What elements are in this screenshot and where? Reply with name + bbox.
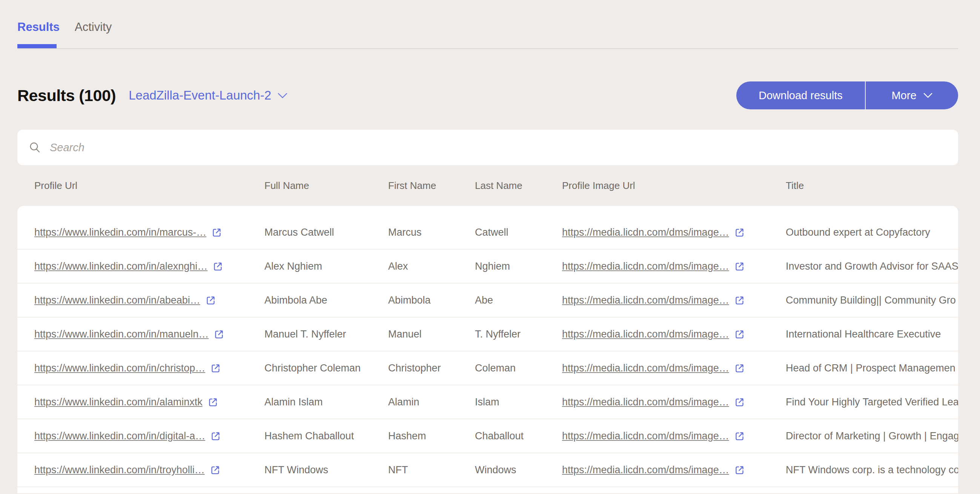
profile-url-link[interactable]: https://www.linkedin.com/in/troyholli… xyxy=(34,464,205,476)
external-link-icon[interactable] xyxy=(208,397,218,407)
profile-image-url-cell: https://media.licdn.com/dms/image… xyxy=(562,227,786,238)
external-link-icon[interactable] xyxy=(735,363,745,373)
profile-image-url-link[interactable]: https://media.licdn.com/dms/image… xyxy=(562,329,729,340)
profile-url-cell: https://www.linkedin.com/in/manueln… xyxy=(34,329,264,340)
chevron-down-icon xyxy=(923,93,932,98)
dataset-dropdown[interactable]: LeadZilla-Event-Launch-2 xyxy=(129,88,288,103)
page-title: Results (100) xyxy=(18,86,116,105)
profile-url-cell: https://www.linkedin.com/in/marcus-… xyxy=(34,227,264,238)
tabs-divider xyxy=(18,48,958,49)
external-link-icon[interactable] xyxy=(735,397,745,407)
actions-split-button: Download results More xyxy=(736,81,958,110)
profile-url-cell: https://www.linkedin.com/in/alexnghi… xyxy=(34,261,264,272)
column-header-profile-url: Profile Url xyxy=(34,180,264,192)
title-cell: Director of Marketing | Growth | Engag xyxy=(786,430,958,442)
last-name-cell: Catwell xyxy=(475,227,562,238)
last-name-cell: Chaballout xyxy=(475,430,562,442)
profile-image-url-cell: https://media.licdn.com/dms/image… xyxy=(562,430,786,442)
table-row: https://www.linkedin.com/in/alaminxtkAla… xyxy=(18,385,958,419)
column-header-title: Title xyxy=(786,180,958,192)
external-link-icon[interactable] xyxy=(212,227,222,238)
external-link-icon[interactable] xyxy=(735,465,745,475)
external-link-icon[interactable] xyxy=(214,329,224,339)
first-name-cell: Alex xyxy=(388,261,475,272)
external-link-icon[interactable] xyxy=(735,261,745,272)
external-link-icon[interactable] xyxy=(213,261,223,272)
profile-image-url-link[interactable]: https://media.licdn.com/dms/image… xyxy=(562,430,729,442)
full-name-cell: Christopher Coleman xyxy=(264,362,388,374)
title-cell: Head of CRM | Prospect Managemen xyxy=(786,362,958,374)
profile-image-url-link[interactable]: https://media.licdn.com/dms/image… xyxy=(562,261,729,272)
results-header: Results (100) LeadZilla-Event-Launch-2 D… xyxy=(18,81,958,110)
profile-url-link[interactable]: https://www.linkedin.com/in/alexnghi… xyxy=(34,261,207,272)
full-name-cell: NFT Windows xyxy=(264,464,388,476)
profile-image-url-link[interactable]: https://media.licdn.com/dms/image… xyxy=(562,227,729,238)
results-table: https://www.linkedin.com/in/marcus-…Marc… xyxy=(18,206,958,493)
first-name-cell: Manuel xyxy=(388,329,475,340)
external-link-icon[interactable] xyxy=(205,295,216,305)
profile-image-url-link[interactable]: https://media.licdn.com/dms/image… xyxy=(562,464,729,476)
tab-activity[interactable]: Activity xyxy=(75,21,111,34)
first-name-cell: Marcus xyxy=(388,227,475,238)
table-row: https://www.linkedin.com/in/christop…Chr… xyxy=(18,351,958,385)
profile-url-link[interactable]: https://www.linkedin.com/in/abeabi… xyxy=(34,294,200,306)
search-input[interactable] xyxy=(49,141,947,154)
profile-url-link[interactable]: https://www.linkedin.com/in/alaminxtk xyxy=(34,396,202,408)
full-name-cell: Alex Nghiem xyxy=(264,261,388,272)
external-link-icon[interactable] xyxy=(735,431,745,441)
tabs-bar: Results Activity xyxy=(18,0,958,49)
last-name-cell: Nghiem xyxy=(475,261,562,272)
column-header-first-name: First Name xyxy=(388,180,475,192)
title-cell: International Healthcare Executive xyxy=(786,329,958,340)
last-name-cell: Windows xyxy=(475,464,562,476)
table-row: https://www.linkedin.com/in/abeabi…Abimb… xyxy=(18,284,958,318)
profile-url-link[interactable]: https://www.linkedin.com/in/christop… xyxy=(34,362,205,374)
external-link-icon[interactable] xyxy=(210,465,220,475)
chevron-down-icon xyxy=(278,93,288,98)
profile-image-url-link[interactable]: https://media.licdn.com/dms/image… xyxy=(562,294,729,306)
last-name-cell: T. Nyffeler xyxy=(475,329,562,340)
external-link-icon[interactable] xyxy=(735,329,745,339)
profile-image-url-cell: https://media.licdn.com/dms/image… xyxy=(562,294,786,306)
download-results-button[interactable]: Download results xyxy=(736,81,865,110)
search-bar xyxy=(18,130,958,165)
column-header-full-name: Full Name xyxy=(264,180,388,192)
profile-image-url-link[interactable]: https://media.licdn.com/dms/image… xyxy=(562,362,729,374)
profile-url-link[interactable]: https://www.linkedin.com/in/marcus-… xyxy=(34,227,206,238)
tab-results[interactable]: Results xyxy=(18,21,60,34)
profile-url-cell: https://www.linkedin.com/in/alaminxtk xyxy=(34,396,264,408)
profile-image-url-link[interactable]: https://media.licdn.com/dms/image… xyxy=(562,396,729,408)
table-header-row: Profile UrlFull NameFirst NameLast NameP… xyxy=(18,165,958,206)
table-row: https://www.linkedin.com/in/troyholli…NF… xyxy=(18,453,958,487)
profile-url-cell: https://www.linkedin.com/in/digital-a… xyxy=(34,430,264,442)
table-row: https://www.linkedin.com/in/alexnghi…Ale… xyxy=(18,249,958,284)
title-cell: NFT Windows corp. is a technology co xyxy=(786,464,958,476)
title-cell: Find Your Highly Targeted Verified Lea xyxy=(786,396,958,408)
first-name-cell: Abimbola xyxy=(388,294,475,306)
external-link-icon[interactable] xyxy=(210,363,221,373)
first-name-cell: Hashem xyxy=(388,430,475,442)
profile-image-url-cell: https://media.licdn.com/dms/image… xyxy=(562,396,786,408)
last-name-cell: Abe xyxy=(475,294,562,306)
external-link-icon[interactable] xyxy=(735,227,745,238)
profile-url-cell: https://www.linkedin.com/in/christop… xyxy=(34,362,264,374)
table-row: https://www.linkedin.com/in/digital-a…Ha… xyxy=(18,419,958,453)
column-header-profile-image-url: Profile Image Url xyxy=(562,180,786,192)
dataset-name: LeadZilla-Event-Launch-2 xyxy=(129,88,271,103)
first-name-cell: Christopher xyxy=(388,362,475,374)
full-name-cell: Abimbola Abe xyxy=(264,294,388,306)
external-link-icon[interactable] xyxy=(735,295,745,305)
full-name-cell: Hashem Chaballout xyxy=(264,430,388,442)
full-name-cell: Marcus Catwell xyxy=(264,227,388,238)
search-icon xyxy=(29,141,41,154)
title-cell: Outbound expert at Copyfactory xyxy=(786,227,958,238)
title-cell: Investor and Growth Advisor for SAAS xyxy=(786,261,958,272)
table-row: https://www.linkedin.com/in/marcus-…Marc… xyxy=(18,216,958,249)
last-name-cell: Islam xyxy=(475,396,562,408)
more-button[interactable]: More xyxy=(865,81,958,110)
profile-url-link[interactable]: https://www.linkedin.com/in/digital-a… xyxy=(34,430,205,442)
profile-url-cell: https://www.linkedin.com/in/troyholli… xyxy=(34,464,264,476)
more-button-label: More xyxy=(891,89,916,102)
profile-url-link[interactable]: https://www.linkedin.com/in/manueln… xyxy=(34,329,208,340)
external-link-icon[interactable] xyxy=(210,431,221,441)
